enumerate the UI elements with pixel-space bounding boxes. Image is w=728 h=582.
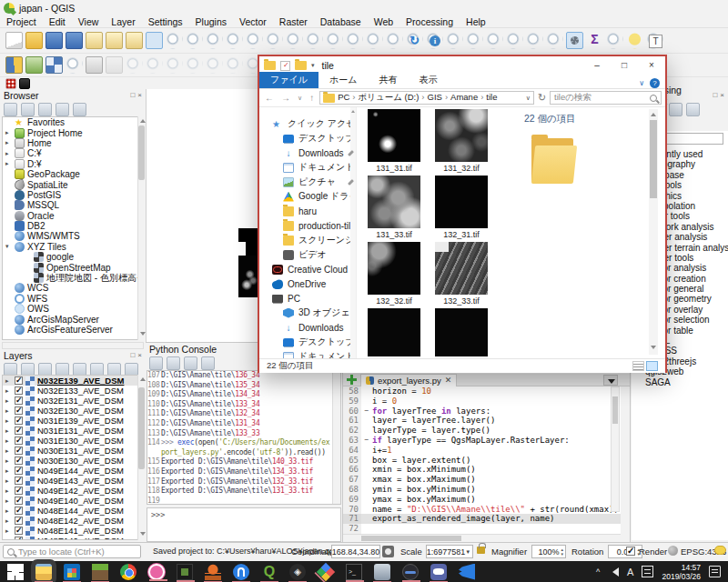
- menu-item[interactable]: Database: [314, 16, 368, 28]
- menu-item[interactable]: Vector: [233, 16, 273, 28]
- fold-marker[interactable]: [361, 386, 372, 396]
- qat-dropdown-icon[interactable]: ▾: [311, 62, 315, 69]
- ime-indicator[interactable]: A: [627, 567, 633, 577]
- details-view-button[interactable]: [632, 361, 644, 371]
- up-icon[interactable]: ↑: [308, 93, 316, 103]
- layer-row[interactable]: N031E139_AVE_DSM: [3, 416, 143, 426]
- save-project-icon[interactable]: [46, 32, 63, 49]
- identify-features-icon[interactable]: [426, 32, 443, 49]
- filter-browser-icon[interactable]: [38, 103, 52, 116]
- layer-checkbox[interactable]: [15, 537, 23, 540]
- steam-taskbar-icon[interactable]: [374, 564, 390, 580]
- layer-row[interactable]: N049E143_AVE_DSM: [3, 476, 143, 486]
- layer-row[interactable]: N048E144_AVE_DSM: [3, 506, 143, 516]
- mouse-extent-icon[interactable]: [382, 546, 394, 557]
- maximize-button[interactable]: □: [611, 56, 638, 75]
- sidebar-item[interactable]: OneDrive: [259, 276, 356, 291]
- sidebar-item[interactable]: Creative Cloud Files: [259, 262, 356, 276]
- layer-checkbox[interactable]: [15, 467, 23, 475]
- expander-icon[interactable]: ▸: [5, 129, 12, 136]
- browser-item[interactable]: ▾ XYZ Tiles: [3, 242, 143, 252]
- breadcrumb-item[interactable]: PC: [338, 92, 349, 104]
- toolbox-group[interactable]: SAGA: [632, 377, 728, 387]
- forward-icon[interactable]: →: [279, 93, 292, 103]
- refresh-icon[interactable]: ↻: [538, 92, 546, 104]
- start-taskbar-icon[interactable]: [7, 564, 24, 580]
- browser-item[interactable]: ▸ Home: [3, 138, 143, 148]
- tray-chevron-icon[interactable]: ^: [596, 567, 600, 577]
- lock-scale-icon[interactable]: [477, 547, 485, 554]
- breadcrumb-item[interactable]: GIS: [419, 92, 442, 104]
- layer-checkbox[interactable]: [15, 477, 23, 485]
- file-item[interactable]: 132_32.tif: [360, 242, 428, 308]
- layer-row[interactable]: N032E130_AVE_DSM: [3, 406, 143, 416]
- minecraft-taskbar-icon[interactable]: [92, 564, 108, 580]
- fold-marker[interactable]: [361, 446, 372, 456]
- sidebar-item[interactable]: Downloads: [259, 146, 356, 160]
- browser-item[interactable]: DB2: [3, 221, 143, 231]
- chrome-taskbar-icon[interactable]: [120, 564, 136, 580]
- refresh-browser-icon[interactable]: [21, 103, 35, 116]
- sidebar-item[interactable]: 3D オブジェクト: [259, 306, 356, 320]
- layer-checkbox[interactable]: [15, 487, 23, 495]
- explorer-search-input[interactable]: tileの検索: [550, 91, 662, 105]
- sidebar-scrollbar[interactable]: [350, 107, 356, 358]
- layer-row[interactable]: N030E130_AVE_DSM: [3, 456, 143, 466]
- new-from-template-icon[interactable]: [86, 32, 103, 49]
- fold-marker[interactable]: [361, 416, 372, 426]
- menu-item[interactable]: Project: [0, 16, 43, 28]
- refresh-icon[interactable]: [406, 32, 423, 49]
- current-edits-icon[interactable]: [126, 56, 143, 74]
- minimize-button[interactable]: –: [583, 56, 611, 75]
- layer-checkbox[interactable]: [15, 517, 23, 525]
- sidebar-item[interactable]: クイック アクセス: [259, 116, 356, 131]
- fold-marker[interactable]: [361, 396, 372, 406]
- browser-item[interactable]: Favorites: [3, 117, 143, 127]
- browser-hscrollbar[interactable]: [2, 342, 144, 349]
- sidebar-item[interactable]: デスクトップ: [259, 335, 356, 349]
- layer-checkbox[interactable]: [15, 376, 23, 385]
- layer-row[interactable]: N049E144_AVE_DSM: [3, 466, 143, 476]
- properties-icon[interactable]: [73, 103, 86, 116]
- browser-item[interactable]: WCS: [3, 283, 143, 293]
- browser-item[interactable]: MSSQL: [3, 200, 143, 210]
- select-features-icon[interactable]: [466, 32, 483, 49]
- ribbon-tab[interactable]: 表示: [408, 72, 448, 88]
- file-item[interactable]: 131_31.tif: [360, 109, 428, 176]
- browser-item[interactable]: ArcGisFeatureServer: [3, 325, 143, 335]
- files-vscrollbar[interactable]: [649, 109, 658, 355]
- add-selected-layer-icon[interactable]: [4, 103, 17, 116]
- toggle-editing-icon[interactable]: [146, 56, 163, 74]
- menu-item[interactable]: View: [72, 16, 106, 28]
- unity-taskbar-icon[interactable]: [289, 564, 306, 580]
- quick-access-toolbar-icon[interactable]: [280, 61, 290, 71]
- add-raster-layer-icon[interactable]: [46, 56, 63, 74]
- fold-marker[interactable]: [361, 495, 372, 505]
- taskbar-clock[interactable]: 14:57 2019/03/26: [662, 563, 701, 581]
- layer-checkbox[interactable]: [15, 436, 23, 445]
- show-editor-icon[interactable]: [167, 356, 180, 370]
- fold-marker[interactable]: [361, 465, 372, 475]
- ime-mode-icon[interactable]: [642, 566, 653, 577]
- z2-icon[interactable]: [206, 32, 223, 49]
- osu-taskbar-icon[interactable]: [148, 564, 165, 580]
- help-icon[interactable]: ?: [650, 78, 660, 88]
- console-vscrollbar[interactable]: [332, 371, 340, 504]
- layer-row[interactable]: N032E139_AVE_DSM: [3, 376, 143, 386]
- style-manager-icon[interactable]: [126, 32, 143, 49]
- measure-ruler-icon[interactable]: [606, 32, 623, 49]
- ribbon-tab[interactable]: ファイル: [259, 72, 318, 88]
- sidebar-item[interactable]: Google ドライブ: [259, 189, 356, 204]
- menu-item[interactable]: Edit: [43, 16, 72, 28]
- z8-icon[interactable]: [326, 32, 343, 49]
- sidebar-item[interactable]: スクリーンショット: [259, 233, 356, 247]
- locator-input[interactable]: Type to locate (Ctrl+K): [3, 545, 141, 558]
- add-script-icon[interactable]: [347, 375, 357, 385]
- sidebar-item[interactable]: ドキュメント: [259, 160, 356, 175]
- ms-store-taskbar-icon[interactable]: [64, 564, 80, 580]
- layer-row[interactable]: N031E130_AVE_DSM: [3, 436, 143, 446]
- z5-icon[interactable]: [266, 32, 283, 49]
- rotation-spinner[interactable]: 0.0 °: [608, 545, 642, 558]
- file-item[interactable]: 131_32.tif: [428, 109, 495, 176]
- layer-checkbox[interactable]: [15, 416, 23, 425]
